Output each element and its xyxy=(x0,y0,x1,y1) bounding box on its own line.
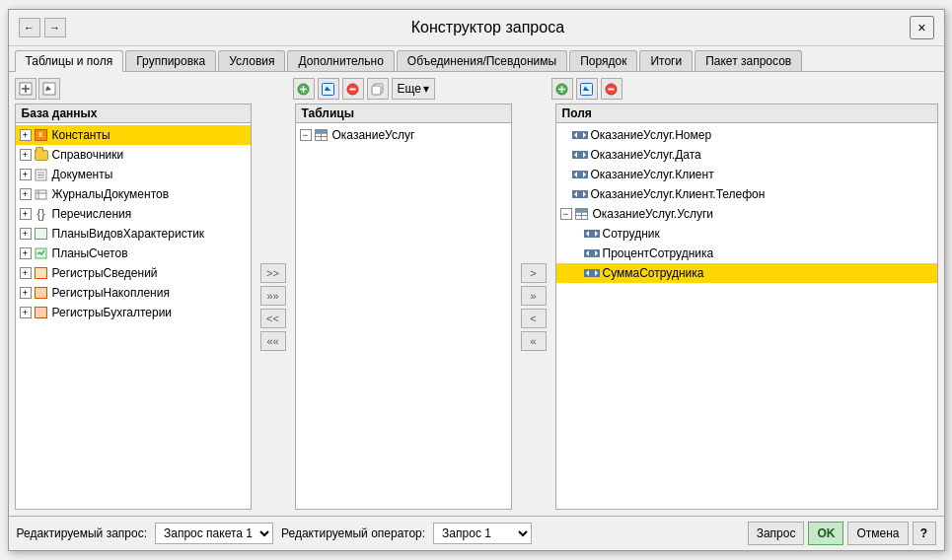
expand-enums[interactable]: + xyxy=(20,208,32,220)
field-procent-icon xyxy=(584,245,600,261)
tab-tables-fields[interactable]: Таблицы и поля xyxy=(15,50,124,72)
move-right-all-btn[interactable]: » xyxy=(260,286,286,306)
tab-unions[interactable]: Объединения/Псевдонимы xyxy=(397,50,567,71)
journals-icon xyxy=(34,186,49,202)
close-button[interactable]: × xyxy=(910,16,933,39)
tables-delete-btn[interactable] xyxy=(342,78,364,100)
expand-docs[interactable]: + xyxy=(20,169,32,180)
fields-toolbar xyxy=(551,78,622,100)
tables-more-btn[interactable]: Еще ▾ xyxy=(392,78,435,100)
panels-row: База данных + К Константы + xyxy=(15,104,938,510)
db-panel-body: + К Константы + Справочники xyxy=(16,123,251,509)
table-item-okazanie[interactable]: − ОказаниеУслуг xyxy=(296,125,511,145)
action-buttons: Запрос OK Отмена ? xyxy=(748,522,936,545)
field-item-nomer[interactable]: ОказаниеУслуг.Номер xyxy=(556,125,937,145)
enums-icon: {} xyxy=(34,206,49,222)
tables-copy-btn[interactable] xyxy=(367,78,389,100)
title-bar: ← → Конструктор запроса × xyxy=(9,10,944,46)
db-item-constants[interactable]: + К Константы xyxy=(16,125,251,145)
forward-button[interactable]: → xyxy=(44,18,66,37)
tab-query-packet[interactable]: Пакет запросов xyxy=(695,50,802,71)
query-btn[interactable]: Запрос xyxy=(748,522,805,545)
db-item-journals[interactable]: + ЖурналыДокументов xyxy=(16,184,251,204)
tables-edit-btn[interactable] xyxy=(318,78,339,100)
fields-panel-header: Поля xyxy=(556,105,937,123)
svg-rect-22 xyxy=(36,190,46,199)
move-field-left-btn[interactable]: < xyxy=(521,309,547,328)
help-btn[interactable]: ? xyxy=(913,522,936,545)
field-item-uslugi[interactable]: − ОказаниеУслуг.Услуги xyxy=(556,204,937,224)
svg-rect-11 xyxy=(372,86,381,95)
db-item-plans-char[interactable]: + ПланыВидовХарактеристик xyxy=(16,224,251,244)
expand-plans-acc[interactable]: + xyxy=(20,247,32,259)
field-item-sotrudnik[interactable]: Сотрудник xyxy=(556,224,937,244)
db-panel: База данных + К Константы + xyxy=(15,104,252,510)
expand-constants[interactable]: + xyxy=(20,129,32,141)
ok-btn[interactable]: OK xyxy=(808,522,843,545)
fields-add-btn[interactable] xyxy=(551,78,573,100)
operator-select[interactable]: Запрос 1 xyxy=(433,523,532,544)
tables-toolbar: Еще ▾ xyxy=(293,78,510,100)
reg-sved-icon xyxy=(34,265,49,281)
fields-edit-btn[interactable] xyxy=(576,78,598,100)
tables-add-btn[interactable] xyxy=(293,78,315,100)
field-klient-tel-icon xyxy=(572,186,588,202)
query-select[interactable]: Запрос пакета 1 xyxy=(155,523,273,544)
docs-icon xyxy=(34,167,49,182)
db-item-reg-buh[interactable]: + РегистрыБухгалтерии xyxy=(16,303,251,322)
back-button[interactable]: ← xyxy=(19,18,40,37)
field-item-procent[interactable]: ПроцентСотрудника xyxy=(556,244,937,263)
main-content: Еще ▾ База дан xyxy=(9,72,944,516)
expand-uslugi[interactable]: − xyxy=(560,208,572,220)
field-summa-icon xyxy=(584,265,600,281)
bottom-bar: Редактируемый запрос: Запрос пакета 1 Ре… xyxy=(9,516,944,550)
db-item-docs[interactable]: + Документы xyxy=(16,165,251,184)
move-left-all-btn[interactable]: « xyxy=(260,331,286,351)
tab-conditions[interactable]: Условия xyxy=(218,50,285,71)
tab-order[interactable]: Порядок xyxy=(569,50,637,71)
db-item-reg-acc[interactable]: + РегистрыНакопления xyxy=(16,283,251,303)
move-field-right-all-btn[interactable]: » xyxy=(521,286,547,306)
edit-table-btn[interactable] xyxy=(38,78,60,100)
tab-additional[interactable]: Дополнительно xyxy=(287,50,394,71)
move-field-right-btn[interactable]: > xyxy=(521,263,547,283)
nav-buttons: ← → xyxy=(19,18,66,37)
reg-buh-icon xyxy=(34,305,49,320)
db-item-enums[interactable]: + {} Перечисления xyxy=(16,204,251,224)
expand-reg-buh[interactable]: + xyxy=(20,307,32,318)
move-right-btn[interactable]: > xyxy=(260,263,286,283)
db-item-reg-sved[interactable]: + РегистрыСведений xyxy=(16,263,251,283)
query-builder-dialog: ← → Конструктор запроса × Таблицы и поля… xyxy=(8,9,945,551)
expand-journals[interactable]: + xyxy=(20,188,32,200)
db-item-plans-acc[interactable]: + ПланыСчетов xyxy=(16,244,251,263)
cancel-btn[interactable]: Отмена xyxy=(847,522,908,545)
field-item-klient-tel[interactable]: ОказаниеУслуг.Клиент.Телефон xyxy=(556,184,937,204)
dialog-title: Конструктор запроса xyxy=(66,19,911,36)
tables-panel-body: − ОказаниеУслуг xyxy=(296,123,511,509)
tables-panel-header: Таблицы xyxy=(296,105,511,123)
db-panel-header: База данных xyxy=(16,105,251,123)
tab-totals[interactable]: Итоги xyxy=(639,50,693,71)
field-item-summa[interactable]: СуммаСотрудника xyxy=(556,263,937,283)
reg-acc-icon xyxy=(34,285,49,301)
expand-okazanie[interactable]: − xyxy=(300,129,312,141)
field-data-icon xyxy=(572,147,588,163)
move-field-left-all-btn[interactable]: « xyxy=(521,331,547,351)
field-item-data[interactable]: ОказаниеУслуг.Дата xyxy=(556,145,937,165)
query-label: Редактируемый запрос: xyxy=(17,526,148,540)
expand-plans-char[interactable]: + xyxy=(20,228,32,240)
field-item-klient[interactable]: ОказаниеУслуг.Клиент xyxy=(556,165,937,184)
expand-reg-sved[interactable]: + xyxy=(20,267,32,279)
expand-sprav[interactable]: + xyxy=(20,149,32,161)
field-klient-icon xyxy=(572,167,588,182)
expand-reg-acc[interactable]: + xyxy=(20,287,32,299)
add-table-btn[interactable] xyxy=(15,78,37,100)
move-left-btn[interactable]: < xyxy=(260,309,286,328)
tab-grouping[interactable]: Группировка xyxy=(125,50,216,71)
fields-panel: Поля ОказаниеУслуг.Номер xyxy=(555,104,938,510)
db-item-sprav[interactable]: + Справочники xyxy=(16,145,251,165)
fields-delete-btn[interactable] xyxy=(601,78,622,100)
field-uslugi-icon xyxy=(574,206,590,222)
db-toolbar xyxy=(15,78,252,100)
db-to-tables-controls: > » < « xyxy=(257,104,289,510)
